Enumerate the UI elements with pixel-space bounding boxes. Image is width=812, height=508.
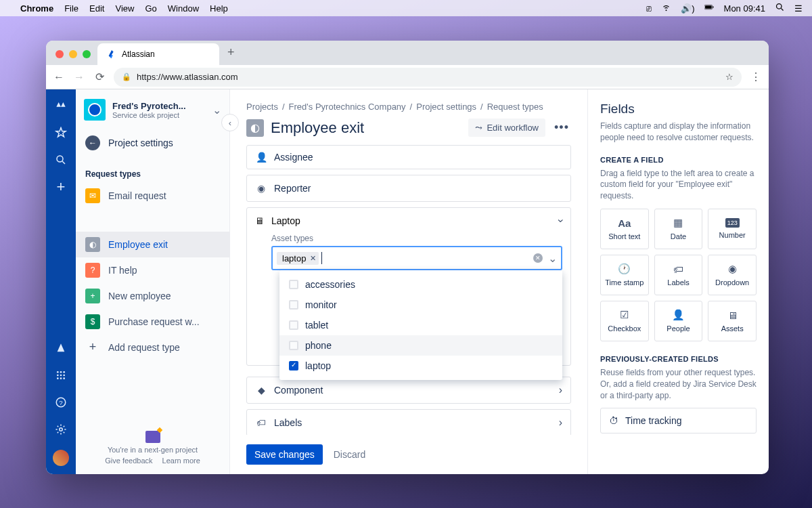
tile-checkbox[interactable]: ☑Checkbox — [600, 301, 649, 341]
label-icon: 🏷 — [255, 417, 267, 429]
fields-panel: Fields Fields capture and display the in… — [587, 89, 769, 474]
sidebar-item-purchase-request[interactable]: $ Purchase request w... — [76, 309, 229, 335]
minimize-window[interactable] — [69, 50, 77, 58]
back-arrow-icon: ← — [85, 135, 100, 150]
user-avatar[interactable] — [53, 450, 69, 466]
crumb[interactable]: Fred's Pyrotechnics Company — [289, 102, 406, 112]
tile-assets[interactable]: 🖥Assets — [708, 301, 757, 341]
spotlight-icon[interactable] — [775, 2, 785, 14]
browser-tab[interactable]: Atlassian — [97, 43, 219, 65]
chrome-menu[interactable]: ⋮ — [750, 70, 762, 83]
clock[interactable]: Mon 09:41 — [724, 3, 765, 14]
menu-file[interactable]: File — [64, 3, 78, 14]
svg-point-7 — [57, 371, 59, 373]
add-request-type[interactable]: + Add request type — [76, 335, 229, 360]
save-button[interactable]: Save changes — [246, 444, 323, 465]
option-tablet[interactable]: tablet — [279, 315, 562, 335]
menu-view[interactable]: View — [115, 3, 134, 14]
asset-icon: 🖥 — [255, 215, 265, 226]
airplay-icon[interactable]: ⎚ — [646, 3, 652, 14]
back-button[interactable]: ← — [53, 71, 65, 83]
sidebar-item-employee-exit[interactable]: ◐ Employee exit — [76, 232, 229, 257]
notifications-icon[interactable] — [54, 341, 68, 355]
forward-button[interactable]: → — [73, 71, 85, 83]
option-label: accessories — [305, 279, 355, 290]
field-row-assignee[interactable]: 👤 Assignee — [246, 145, 571, 169]
discard-button[interactable]: Discard — [334, 449, 365, 460]
panel-title: Fields — [600, 102, 757, 117]
tile-number[interactable]: 123Number — [708, 209, 757, 249]
nextgen-note: You're in a next-gen project — [83, 446, 223, 454]
option-monitor[interactable]: monitor — [279, 295, 562, 315]
menu-window[interactable]: Window — [168, 3, 199, 14]
field-row-reporter[interactable]: ◉ Reporter — [246, 175, 571, 202]
clear-input-icon[interactable]: ✕ — [533, 253, 543, 263]
control-center-icon[interactable]: ☰ — [794, 3, 803, 14]
sidebar-item-new-employee[interactable]: + New employee — [76, 283, 229, 309]
field-label: Laptop — [271, 215, 300, 226]
app-name[interactable]: Chrome — [20, 3, 53, 14]
tile-dropdown[interactable]: ◉Dropdown — [708, 255, 757, 295]
star-nav-icon[interactable] — [54, 126, 68, 140]
svg-point-3 — [777, 4, 782, 9]
tile-labels[interactable]: 🏷Labels — [654, 255, 703, 295]
svg-point-5 — [57, 156, 63, 162]
browser-window: Atlassian + ← → ⟳ 🔒 https://www.atlassia… — [46, 41, 769, 474]
tile-timestamp[interactable]: 🕐Time stamp — [600, 255, 649, 295]
person-circle-icon: ◉ — [255, 182, 267, 194]
wifi-icon[interactable] — [661, 2, 671, 14]
field-label: Assignee — [274, 152, 313, 163]
create-nav-icon[interactable]: + — [54, 180, 68, 194]
crumb[interactable]: Request types — [487, 102, 543, 112]
app-root: + ? ‹ Fred's Pyrotech... Service desk pr… — [46, 89, 769, 474]
svg-line-6 — [62, 161, 65, 164]
dropdown-toggle-icon[interactable]: ⌄ — [548, 252, 557, 265]
learn-more-link[interactable]: Learn more — [162, 457, 200, 465]
crumb[interactable]: Project settings — [416, 102, 476, 112]
star-icon[interactable]: ☆ — [725, 72, 734, 82]
tile-people[interactable]: 👤People — [654, 301, 703, 341]
search-nav-icon[interactable] — [54, 153, 68, 167]
menu-edit[interactable]: Edit — [89, 3, 104, 14]
back-to-project-settings[interactable]: ← Project settings — [76, 130, 229, 156]
field-label: Labels — [274, 417, 302, 428]
address-bar[interactable]: 🔒 https://www.atlassian.com ☆ — [114, 68, 742, 87]
remove-chip-icon[interactable]: ✕ — [310, 254, 316, 263]
battery-icon[interactable] — [704, 2, 715, 14]
option-accessories[interactable]: accessories — [279, 274, 562, 295]
main-area: Projects/ Fred's Pyrotechnics Company/ P… — [230, 89, 769, 474]
field-time-tracking[interactable]: ⏱ Time tracking — [600, 408, 757, 433]
tile-label: Date — [671, 232, 686, 240]
field-row-header[interactable]: 🖥 Laptop › — [255, 215, 562, 227]
field-row-labels[interactable]: 🏷 Labels — [246, 409, 571, 435]
option-phone[interactable]: phone — [279, 335, 562, 356]
sidebar-footer: You're in a next-gen project Give feedba… — [76, 424, 229, 474]
settings-nav-icon[interactable] — [54, 423, 68, 436]
tile-date[interactable]: ▦Date — [654, 209, 703, 249]
menu-go[interactable]: Go — [145, 3, 156, 14]
field-row-component[interactable]: ◆ Component — [246, 377, 571, 404]
option-label: monitor — [305, 299, 337, 310]
maximize-window[interactable] — [83, 50, 91, 58]
menu-help[interactable]: Help — [210, 3, 228, 14]
edit-workflow-button[interactable]: ⤳ Edit workflow — [468, 119, 545, 137]
more-actions-button[interactable]: ••• — [552, 121, 571, 135]
selected-chip: laptop ✕ — [277, 252, 319, 265]
close-window[interactable] — [55, 50, 64, 58]
app-grid-icon[interactable] — [54, 368, 68, 382]
sidebar-item-email-request[interactable]: ✉ Email request — [76, 183, 229, 209]
help-icon[interactable]: ? — [54, 396, 68, 409]
option-laptop[interactable]: laptop — [279, 356, 562, 376]
plus-sq-icon: + — [85, 289, 100, 303]
asset-types-input[interactable]: laptop ✕ ✕ ⌄ — [271, 246, 562, 270]
reload-button[interactable]: ⟳ — [93, 70, 106, 83]
volume-icon[interactable]: 🔊) — [681, 3, 694, 14]
sidebar-item-label: Email request — [108, 190, 166, 201]
tile-short-text[interactable]: AaShort text — [600, 209, 649, 249]
sidebar-item-it-help[interactable]: ? IT help — [76, 257, 229, 283]
product-switcher-icon[interactable] — [54, 99, 68, 112]
give-feedback-link[interactable]: Give feedback — [105, 457, 152, 465]
new-tab-button[interactable]: + — [219, 45, 243, 65]
project-header[interactable]: Fred's Pyrotech... Service desk project … — [76, 89, 229, 130]
crumb[interactable]: Projects — [246, 102, 278, 112]
